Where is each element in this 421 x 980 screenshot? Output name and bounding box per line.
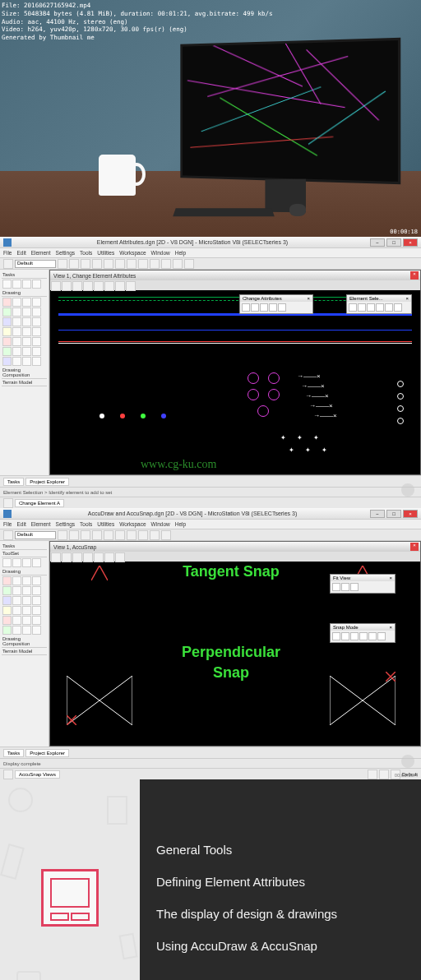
tab-button[interactable]	[3, 498, 13, 508]
tool-icon[interactable]	[32, 327, 41, 336]
panel-button[interactable]	[377, 632, 386, 640]
menu-element[interactable]: Element	[31, 250, 51, 256]
play-button[interactable]	[401, 483, 414, 497]
maximize-button[interactable]: □	[386, 510, 401, 518]
panel-button[interactable]	[394, 303, 402, 312]
tool-button[interactable]	[3, 530, 13, 540]
tool-icon[interactable]	[12, 347, 21, 356]
panel-toolset-title[interactable]: ToolSet	[2, 550, 47, 557]
tool-icon[interactable]	[12, 298, 21, 307]
tool-icon[interactable]	[22, 357, 31, 366]
menu-help[interactable]: Help	[175, 250, 186, 256]
minimize-button[interactable]: −	[370, 510, 385, 518]
tool-icon[interactable]	[12, 626, 21, 635]
tool-icon[interactable]	[12, 317, 21, 326]
tab-tasks[interactable]: Tasks	[3, 478, 24, 486]
maximize-button[interactable]: □	[386, 238, 401, 247]
tool-button[interactable]	[138, 259, 148, 269]
tool-icon[interactable]	[2, 327, 12, 336]
snap-mode-panel[interactable]: Snap Mode×	[330, 623, 396, 643]
tool-icon[interactable]	[22, 596, 31, 605]
panel-drawing-title[interactable]: Drawing	[2, 568, 47, 576]
tool-icon[interactable]	[22, 337, 31, 346]
panel-button[interactable]	[341, 583, 349, 591]
panel-button[interactable]	[350, 632, 359, 640]
tool-icon[interactable]	[12, 357, 21, 366]
tool-icon[interactable]	[12, 327, 21, 336]
tool-icon[interactable]	[22, 307, 31, 317]
tool-icon[interactable]	[12, 558, 21, 567]
panel-tasks-title[interactable]: Tasks	[2, 543, 47, 550]
menu-window[interactable]: Window	[151, 250, 170, 256]
viewport-content[interactable]: Tangent Snap Fit View× Snap Mode× Perpen…	[50, 562, 420, 746]
tool-icon[interactable]	[2, 280, 12, 289]
tool-icon[interactable]	[12, 616, 21, 625]
tool-icon[interactable]	[12, 307, 21, 317]
tool-icon[interactable]	[22, 558, 31, 567]
tool-icon[interactable]	[2, 586, 12, 595]
tool-icon[interactable]	[22, 317, 31, 326]
panel-button[interactable]	[359, 632, 368, 640]
tool-icon[interactable]	[22, 626, 31, 635]
view-button[interactable]	[379, 770, 389, 779]
panel-button[interactable]	[349, 303, 357, 312]
tool-icon[interactable]	[32, 280, 41, 289]
panel-button[interactable]	[251, 303, 259, 312]
tool-icon[interactable]	[32, 626, 41, 635]
viewport-close-button[interactable]: ×	[410, 271, 419, 280]
panel-composition-title[interactable]: Drawing Composition	[2, 367, 47, 379]
tool-icon[interactable]	[2, 337, 12, 346]
tool-icon[interactable]	[22, 576, 31, 585]
panel-button[interactable]	[278, 303, 286, 312]
tool-icon[interactable]	[32, 596, 41, 605]
menu-utilities[interactable]: Utilities	[97, 521, 114, 527]
menu-edit[interactable]: Edit	[16, 521, 25, 527]
tool-button[interactable]	[184, 259, 194, 269]
tool-icon[interactable]	[2, 558, 12, 567]
menu-element[interactable]: Element	[31, 521, 51, 527]
panel-terrain-title[interactable]: Terrain Model	[2, 648, 47, 655]
panel-close-icon[interactable]: ×	[389, 576, 392, 580]
fit-view-panel[interactable]: Fit View×	[330, 574, 396, 594]
bottom-tab[interactable]: AccuSnap Views	[15, 770, 60, 779]
tool-button[interactable]	[58, 259, 67, 269]
tab-project-explorer[interactable]: Project Explorer	[25, 749, 69, 757]
tool-icon[interactable]	[32, 298, 41, 307]
tool-button[interactable]	[161, 530, 171, 540]
panel-button[interactable]	[332, 583, 340, 591]
tool-icon[interactable]	[2, 298, 12, 307]
minimize-button[interactable]: −	[370, 238, 385, 247]
play-button[interactable]	[401, 755, 414, 768]
viewport-content[interactable]: Change Attributes× Element Sele...×	[50, 290, 420, 474]
tool-icon[interactable]	[2, 576, 12, 585]
tool-icon[interactable]	[22, 298, 31, 307]
panel-button[interactable]	[368, 632, 377, 640]
tool-icon[interactable]	[22, 347, 31, 356]
menu-tools[interactable]: Tools	[80, 521, 92, 527]
viewport-titlebar[interactable]: View 1, Change Element Attributes ×	[50, 270, 420, 280]
menu-utilities[interactable]: Utilities	[97, 250, 114, 256]
tool-icon[interactable]	[12, 596, 21, 605]
panel-close-icon[interactable]: ×	[307, 296, 310, 301]
tool-button[interactable]	[115, 530, 125, 540]
panel-tasks-title[interactable]: Tasks	[2, 271, 47, 279]
panel-button[interactable]	[341, 632, 349, 640]
panel-composition-title[interactable]: Drawing Composition	[2, 636, 47, 648]
tool-button[interactable]	[69, 259, 79, 269]
tool-icon[interactable]	[22, 586, 31, 595]
tool-button[interactable]	[104, 530, 113, 540]
tool-icon[interactable]	[22, 327, 31, 336]
menu-settings[interactable]: Settings	[56, 250, 76, 256]
tool-icon[interactable]	[32, 357, 41, 366]
tool-icon[interactable]	[22, 616, 31, 625]
titlebar[interactable]: AccuDraw and AccuSnap.dgn [2D - V8 DGN] …	[0, 508, 421, 520]
tab-project-explorer[interactable]: Project Explorer	[25, 478, 69, 486]
panel-button[interactable]	[260, 303, 268, 312]
tool-icon[interactable]	[32, 586, 41, 595]
tool-icon[interactable]	[12, 337, 21, 346]
panel-terrain-title[interactable]: Terrain Model	[2, 379, 47, 386]
tool-icon[interactable]	[12, 280, 21, 289]
menu-workspace[interactable]: Workspace	[119, 250, 146, 256]
viewport-close-button[interactable]: ×	[410, 543, 419, 551]
titlebar[interactable]: Element Attributes.dgn [2D - V8 DGN] - M…	[0, 237, 421, 248]
